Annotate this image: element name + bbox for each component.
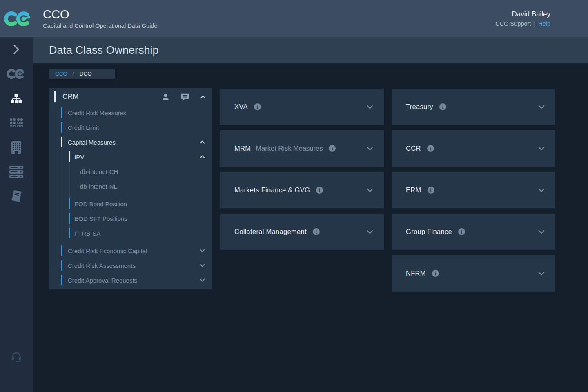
tree-item-bar [61, 107, 62, 118]
tree-item[interactable]: Credit Limit [49, 120, 212, 135]
tree-item[interactable]: Credit Risk Assessments [49, 258, 212, 273]
chevron-toggle-icon[interactable] [200, 278, 205, 282]
tree-item[interactable]: Credit Risk Measures [49, 105, 212, 120]
tree-item-bar [61, 245, 62, 256]
chevron-down-icon[interactable] [538, 230, 545, 234]
info-icon[interactable]: i [316, 187, 323, 194]
tree-root-node[interactable]: CRM [49, 88, 212, 105]
tree-item[interactable]: EOD SFT Positions [49, 211, 212, 226]
info-icon[interactable]: i [458, 228, 465, 235]
card-code: CCR [406, 145, 421, 152]
breadcrumb: CCO / DCO [49, 69, 115, 79]
tree-item-label: Credit Risk Economic Capital [68, 247, 147, 254]
chevron-up-icon[interactable] [200, 95, 206, 99]
chevron-down-icon[interactable] [367, 188, 373, 192]
tree-item[interactable]: Capital Measures [49, 135, 212, 149]
data-class-card[interactable]: XVA i [220, 89, 384, 125]
tree-item[interactable]: EOD Bond Position [49, 196, 212, 211]
comments-icon[interactable] [180, 93, 189, 101]
tree-item[interactable]: db-intenet-CH [49, 164, 212, 179]
tree-item[interactable]: db-intenet-NL [49, 179, 212, 194]
tree-item-bar [61, 122, 62, 133]
card-code: NFRM [406, 270, 426, 277]
breadcrumb-separator: / [73, 71, 74, 77]
info-icon[interactable]: i [329, 145, 336, 152]
info-icon[interactable]: i [428, 187, 434, 194]
sidebar-item-home[interactable] [0, 62, 33, 86]
sidebar-nav [0, 37, 33, 392]
chevron-down-icon[interactable] [538, 188, 545, 192]
tree-item-bar [61, 137, 62, 147]
tree-item[interactable]: IPV [49, 149, 212, 164]
tree-item-bar [69, 151, 70, 162]
data-class-card[interactable]: CCR i [392, 130, 555, 167]
support-link[interactable]: CCO Support [495, 20, 531, 27]
data-class-card[interactable]: MRM Market Risk Measures i [220, 130, 384, 167]
breadcrumb-current: DCO [80, 71, 92, 77]
sidebar-item-data-classes[interactable] [0, 111, 33, 135]
data-class-card[interactable]: NFRM i [392, 255, 555, 292]
info-icon[interactable]: i [427, 145, 434, 152]
sidebar-item-data-class-ownership[interactable] [0, 86, 33, 111]
tree-item-label: Credit Limit [68, 124, 99, 131]
info-icon[interactable]: i [432, 270, 439, 277]
tree-item-bar [69, 228, 70, 238]
tree-item[interactable]: Credit Approval Requests [49, 273, 212, 287]
sidebar-item-systems[interactable] [0, 160, 33, 184]
chevron-toggle-icon[interactable] [200, 264, 205, 267]
data-class-card[interactable]: Group Finance i [392, 214, 555, 250]
card-column-left: XVA i MRM Market Risk Measures i Markets… [220, 89, 384, 255]
data-class-card[interactable]: Treasury i [392, 89, 555, 125]
card-code: ERM [406, 186, 421, 194]
tree-item-label: db-intenet-CH [80, 168, 118, 175]
chevron-down-icon[interactable] [367, 105, 373, 109]
chevron-down-icon[interactable] [538, 272, 545, 276]
tree-item-label: EOD Bond Position [74, 200, 127, 207]
help-link[interactable]: Help [538, 20, 550, 27]
sidebar-expand-button[interactable] [0, 37, 33, 62]
card-code: Collateral Management [234, 228, 307, 236]
chevron-right-icon [13, 44, 20, 55]
info-icon[interactable]: i [254, 103, 261, 110]
info-icon[interactable]: i [439, 103, 446, 110]
breadcrumb-root[interactable]: CCO [55, 71, 67, 77]
tree-item[interactable]: FTRB-SA [49, 226, 212, 241]
person-icon[interactable] [161, 93, 170, 101]
card-code: XVA [234, 103, 248, 111]
chevron-down-icon[interactable] [538, 105, 545, 109]
sidebar-item-organization[interactable] [0, 135, 33, 160]
card-code: Treasury [406, 103, 433, 111]
tree-items: Credit Risk Measures Credit Limit Capita… [49, 105, 212, 287]
data-class-card[interactable]: ERM i [392, 172, 555, 208]
tree-item-label: IPV [74, 154, 84, 160]
sidebar-item-guide[interactable] [0, 184, 33, 209]
card-name: Market Risk Measures [256, 145, 323, 152]
chevron-toggle-icon[interactable] [200, 140, 205, 144]
tree-item[interactable]: Credit Risk Economic Capital [49, 243, 212, 258]
page-title-bar: Data Class Ownership [33, 37, 588, 63]
card-code: MRM [234, 145, 251, 152]
chevron-down-icon[interactable] [367, 230, 373, 234]
sitemap-icon [11, 93, 22, 104]
data-class-card[interactable]: Markets Finance & GVG i [220, 172, 384, 208]
support-button[interactable] [0, 344, 33, 369]
tree-item-label: Credit Risk Measures [68, 109, 126, 116]
chevron-down-icon[interactable] [538, 147, 545, 151]
chevron-toggle-icon[interactable] [200, 249, 205, 252]
app-subtitle: Capital and Control Operational Data Gui… [43, 22, 158, 29]
server-stack-icon [9, 166, 24, 178]
tree-item-label: Capital Measures [68, 139, 116, 146]
headphones-icon [11, 351, 22, 362]
chevron-down-icon[interactable] [367, 147, 373, 151]
cco-logo-icon [4, 8, 32, 29]
app-root: CCO Capital and Control Operational Data… [0, 0, 588, 392]
card-column-right: Treasury i CCR i ERM i Group Finance i N… [392, 89, 555, 297]
info-icon[interactable]: i [313, 228, 320, 235]
tree-panel: CRM Credit Risk Measures [49, 88, 212, 289]
tree-item-bar [69, 213, 70, 224]
data-class-card[interactable]: Collateral Management i [220, 214, 384, 250]
app-header: CCO Capital and Control Operational Data… [0, 0, 588, 37]
tree-root-label: CRM [62, 93, 79, 101]
tree-item-label: db-intenet-NL [80, 183, 117, 190]
chevron-toggle-icon[interactable] [200, 155, 205, 158]
